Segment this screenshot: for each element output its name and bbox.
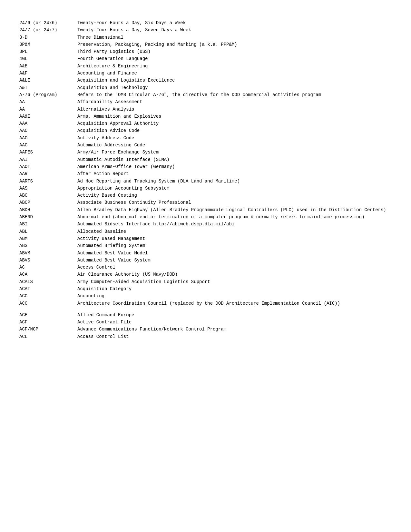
table-row: AASAppropriation Accounting Subsystem [19,185,392,192]
definition-cell: Automated Bidsets Interface http://abiwe… [77,221,392,228]
definition-cell: Abnormal end (abnormal end or terminatio… [77,213,392,221]
table-row: ABENDAbnormal end (abnormal end or termi… [19,213,392,221]
abbreviation-cell: 24/6 (or 24x6) [19,19,77,26]
table-row: ACFActive Contract File [19,319,392,326]
abbreviation-cell: ABS [19,242,77,249]
abbreviation-cell: ACALS [19,278,77,285]
definition-cell: Army/Air Force Exchange System [77,149,392,156]
definition-cell: Twenty-Four Hours a Day, Six Days a Week [77,19,392,26]
abbreviation-cell: ABEND [19,213,77,221]
definition-cell: Fourth Generation Language [77,55,392,62]
table-row: A&FAccounting and Finance [19,70,392,77]
abbreviation-cell: AC [19,264,77,271]
table-row [19,307,392,311]
table-row: AARAfter Action Report [19,170,392,177]
table-row: ACF/NCPAdvance Communications Function/N… [19,326,392,333]
table-row: 24/6 (or 24x6)Twenty-Four Hours a Day, S… [19,19,392,26]
table-row: A&TAcquisition and Technology [19,84,392,91]
definition-cell: Twenty-Four Hours a Day, Seven Days a We… [77,26,392,34]
abbreviation-cell: AA [19,106,77,113]
table-row: AAAlternatives Analysis [19,106,392,113]
table-row: ACEAllied Command Europe [19,311,392,319]
table-row: ABIAutomated Bidsets Interface http://ab… [19,221,392,228]
abbreviation-cell: A&F [19,70,77,77]
abbreviation-cell: AARTS [19,178,77,185]
table-row: 3-DThree Dimensional [19,34,392,41]
table-row: ABMActivity Based Management [19,235,392,242]
table-row: 3P&MPreservation, Packaging, Packing and… [19,41,392,48]
table-row: AARTSAd Hoc Reporting and Tracking Syste… [19,178,392,185]
abbreviation-cell: ACA [19,271,77,278]
table-row: ABSAutomated Briefing System [19,242,392,249]
table-row: AAAffordability Assessment [19,98,392,105]
table-row: ABVSAutomated Best Value System [19,257,392,264]
definition-cell: Acquisition Approval Authority [77,120,392,127]
abbreviation-cell: ACC [19,300,77,307]
abbreviation-cell: AAOT [19,163,77,170]
abbreviation-cell: A-76 (Program) [19,91,77,98]
table-row: A&LEAcquisition and Logistics Excellence [19,77,392,84]
table-row: ACAAir Clearance Authority (US Navy/DOD) [19,271,392,278]
definition-cell: Automatic Addressing Code [77,142,392,149]
definition-cell: Accounting [77,292,392,300]
abbreviation-cell: ABI [19,221,77,228]
abbreviation-cell: 3-D [19,34,77,41]
table-row: AAIAutomatic Autodin Interface (SIMA) [19,156,392,163]
definition-cell: Alternatives Analysis [77,106,392,113]
abbreviation-cell: ACAT [19,285,77,292]
table-row: 3PLThird Party Logistics (DSS) [19,48,392,55]
definition-cell: Automated Best Value System [77,257,392,264]
abbreviation-cell: ACF [19,319,77,326]
abbreviation-cell: ABCP [19,199,77,206]
table-row: ABCActivity Based Costing [19,192,392,199]
definition-cell: Acquisition and Logistics Excellence [77,77,392,84]
table-row: AAFESArmy/Air Force Exchange System [19,149,392,156]
definition-cell: After Action Report [77,170,392,177]
definition-cell: Refers to the "OMB Circular A-76", the d… [77,91,392,98]
table-row: ACLAccess Control List [19,333,392,340]
table-row: 4GLFourth Generation Language [19,55,392,62]
table-row: ACCArchitecture Coordination Council (re… [19,300,392,307]
definition-cell: Accounting and Finance [77,70,392,77]
table-row: AAOTAmerican Arms-Office Tower (Germany) [19,163,392,170]
definition-cell: Air Clearance Authority (US Navy/DOD) [77,271,392,278]
table-row: ABCPAssociate Business Continuity Profes… [19,199,392,206]
definition-cell: Arms, Ammunition and Explosives [77,113,392,120]
table-row: ACALSArmy Computer-aided Acquisition Log… [19,278,392,285]
abbreviation-cell: A&LE [19,77,77,84]
table-row: A&EArchitecture & Engineering [19,63,392,70]
abbreviation-cell: 4GL [19,55,77,62]
abbreviation-cell: AAI [19,156,77,163]
table-row: ABVMAutomated Best Value Model [19,250,392,257]
definition-cell: American Arms-Office Tower (Germany) [77,163,392,170]
definition-cell: Architecture & Engineering [77,63,392,70]
abbreviation-cell: 3PL [19,48,77,55]
abbreviation-cell: AAR [19,170,77,177]
definition-cell: Acquisition Advice Code [77,127,392,134]
definition-cell: Access Control List [77,333,392,340]
definition-cell: Activity Address Code [77,134,392,142]
definition-cell: Third Party Logistics (DSS) [77,48,392,55]
glossary-table: 24/6 (or 24x6)Twenty-Four Hours a Day, S… [19,19,392,340]
abbreviation-cell: ACL [19,333,77,340]
table-row: AA&EArms, Ammunition and Explosives [19,113,392,120]
table-row: 24/7 (or 24x7)Twenty-Four Hours a Day, S… [19,26,392,34]
abbreviation-cell: ACF/NCP [19,326,77,333]
definition-cell: Activity Based Costing [77,192,392,199]
abbreviation-cell: ABVS [19,257,77,264]
table-row: AACAutomatic Addressing Code [19,142,392,149]
definition-cell: Activity Based Management [77,235,392,242]
definition-cell: Appropriation Accounting Subsystem [77,185,392,192]
abbreviation-cell: AAFES [19,149,77,156]
abbreviation-cell: ABDH [19,206,77,213]
abbreviation-cell: ABC [19,192,77,199]
abbreviation-cell: ACE [19,311,77,319]
table-row: ABDHAllen Bradley Data Highway (Allen Br… [19,206,392,213]
table-row: ACAccess Control [19,264,392,271]
definition-cell: Architecture Coordination Council (repla… [77,300,392,307]
definition-cell: Automated Best Value Model [77,250,392,257]
definition-cell: Allen Bradley Data Highway (Allen Bradle… [77,206,392,213]
definition-cell: Automatic Autodin Interface (SIMA) [77,156,392,163]
definition-cell: Access Control [77,264,392,271]
abbreviation-cell: AA&E [19,113,77,120]
